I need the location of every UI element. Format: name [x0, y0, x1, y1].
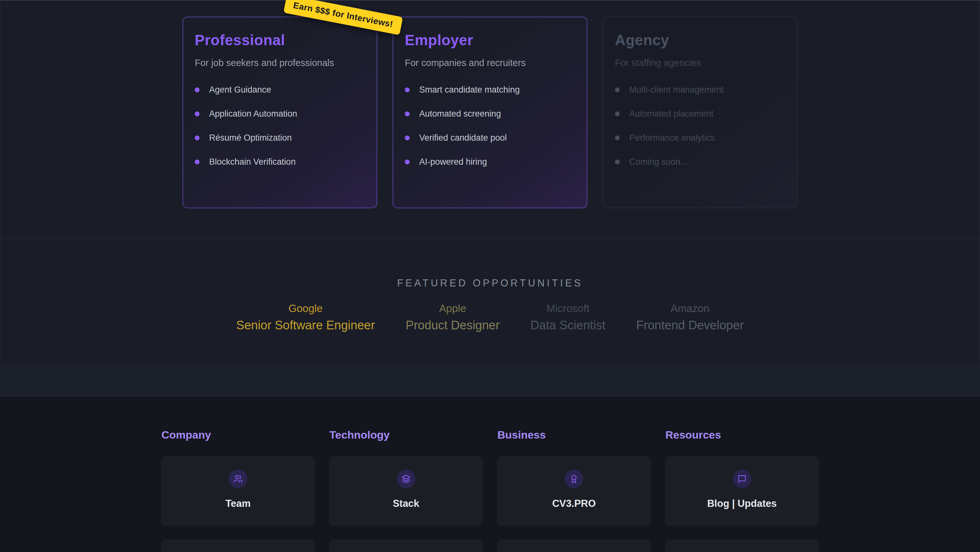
- plan-feature-list: Smart candidate matching Automated scree…: [405, 85, 575, 167]
- footer-column-business: Business CV3.PRO: [497, 429, 651, 552]
- plan-feature: AI-powered hiring: [405, 157, 575, 167]
- featured-company: Google: [236, 302, 375, 314]
- bullet-dot-icon: [195, 136, 199, 140]
- plans-section: Earn $$$ for Interviews! Professional Fo…: [0, 0, 980, 238]
- footer: Company Team Technology Stack: [0, 397, 980, 552]
- footer-card-partial[interactable]: [497, 540, 651, 552]
- bullet-dot-icon: [405, 88, 410, 92]
- featured-item-apple[interactable]: Apple Product Designer: [406, 302, 500, 332]
- plan-feature-label: Coming soon...: [629, 157, 687, 167]
- footer-column-heading: Resources: [665, 429, 819, 441]
- bullet-dot-icon: [615, 88, 620, 92]
- section-divider-band: [0, 365, 980, 397]
- footer-card-label: Team: [162, 498, 315, 509]
- footer-column-heading: Company: [161, 429, 315, 441]
- featured-carousel: Google Senior Software Engineer Apple Pr…: [0, 302, 980, 332]
- layers-icon: [397, 470, 415, 488]
- bullet-dot-icon: [405, 112, 410, 116]
- plan-feature-label: Smart candidate matching: [419, 85, 520, 95]
- plan-feature: Verified candidate pool: [405, 133, 575, 143]
- plan-feature: Multi-client management: [615, 85, 785, 95]
- plan-feature-label: Agent Guidance: [209, 85, 271, 95]
- bullet-dot-icon: [615, 136, 620, 140]
- plan-feature-label: Automated screening: [419, 109, 501, 119]
- footer-column-resources: Resources Blog | Updates: [665, 429, 819, 552]
- plan-feature-list: Multi-client management Automated placem…: [615, 85, 785, 167]
- footer-card-label: Stack: [330, 498, 483, 509]
- plan-title: Professional: [195, 31, 365, 49]
- footer-card-blog-updates[interactable]: Blog | Updates: [665, 456, 819, 525]
- footer-column-heading: Technology: [329, 429, 483, 441]
- featured-role: Product Designer: [406, 319, 500, 332]
- bullet-dot-icon: [615, 160, 620, 164]
- plan-card-employer[interactable]: Employer For companies and recruiters Sm…: [393, 17, 587, 208]
- plan-feature: Automated placement: [615, 109, 785, 119]
- plan-feature: Résumé Optimization: [195, 133, 365, 143]
- bullet-dot-icon: [615, 112, 620, 116]
- plan-feature: Performance analytics: [615, 133, 785, 143]
- plan-feature-label: Multi-client management: [629, 85, 724, 95]
- plan-feature-label: Résumé Optimization: [209, 133, 292, 143]
- featured-item-microsoft[interactable]: Microsoft Data Scientist: [530, 302, 605, 332]
- plan-feature: Agent Guidance: [195, 85, 365, 95]
- featured-company: Apple: [406, 302, 500, 314]
- plan-feature-label: Blockchain Verification: [209, 157, 296, 167]
- plan-feature: Coming soon...: [615, 157, 785, 167]
- footer-card-team[interactable]: Team: [161, 456, 315, 525]
- featured-role: Frontend Developer: [636, 319, 744, 332]
- featured-opportunities-section: FEATURED OPPORTUNITIES Google Senior Sof…: [0, 238, 980, 365]
- footer-card-label: CV3.PRO: [498, 498, 651, 509]
- plan-subtitle: For job seekers and professionals: [195, 57, 365, 68]
- plan-subtitle: For staffing agencies: [615, 57, 785, 68]
- footer-column-heading: Business: [497, 429, 651, 441]
- plan-feature: Smart candidate matching: [405, 85, 575, 95]
- bullet-dot-icon: [405, 136, 410, 140]
- footer-card-label: Blog | Updates: [666, 498, 819, 509]
- bullet-dot-icon: [405, 160, 410, 164]
- featured-item-google[interactable]: Google Senior Software Engineer: [236, 302, 375, 332]
- bullet-dot-icon: [195, 88, 199, 92]
- footer-card-partial[interactable]: [161, 540, 315, 552]
- plan-card-agency: Agency For staffing agencies Multi-clien…: [603, 17, 797, 208]
- footer-card-partial[interactable]: [329, 540, 483, 552]
- featured-heading: FEATURED OPPORTUNITIES: [0, 238, 980, 289]
- footer-column-technology: Technology Stack: [329, 429, 483, 552]
- plan-feature-label: Verified candidate pool: [419, 133, 507, 143]
- footer-grid: Company Team Technology Stack: [161, 429, 819, 552]
- footer-card-partial[interactable]: [665, 540, 819, 552]
- users-icon: [229, 470, 247, 488]
- featured-company: Microsoft: [530, 302, 605, 314]
- footer-card-cv3pro[interactable]: CV3.PRO: [497, 456, 651, 525]
- footer-column-company: Company Team: [161, 429, 315, 552]
- plan-title: Employer: [405, 31, 575, 49]
- plan-feature-label: Performance analytics: [629, 133, 715, 143]
- award-icon: [565, 470, 583, 488]
- plan-feature-label: Automated placement: [629, 109, 714, 119]
- featured-item-amazon[interactable]: Amazon Frontend Developer: [636, 302, 744, 332]
- featured-company: Amazon: [636, 302, 744, 314]
- plan-feature: Blockchain Verification: [195, 157, 365, 167]
- featured-role: Senior Software Engineer: [236, 319, 375, 332]
- plan-feature: Automated screening: [405, 109, 575, 119]
- footer-card-stack[interactable]: Stack: [329, 456, 483, 525]
- bullet-dot-icon: [195, 112, 199, 116]
- plan-subtitle: For companies and recruiters: [405, 57, 575, 68]
- plan-feature-list: Agent Guidance Application Automation Ré…: [195, 85, 365, 167]
- plan-feature-label: AI-powered hiring: [419, 157, 487, 167]
- plan-title: Agency: [615, 31, 785, 49]
- plan-feature-label: Application Automation: [209, 109, 297, 119]
- bullet-dot-icon: [195, 160, 199, 164]
- plans-row: Professional For job seekers and profess…: [0, 1, 980, 208]
- message-square-icon: [733, 470, 751, 488]
- plan-card-professional[interactable]: Professional For job seekers and profess…: [183, 17, 377, 208]
- plan-feature: Application Automation: [195, 109, 365, 119]
- featured-role: Data Scientist: [530, 319, 605, 332]
